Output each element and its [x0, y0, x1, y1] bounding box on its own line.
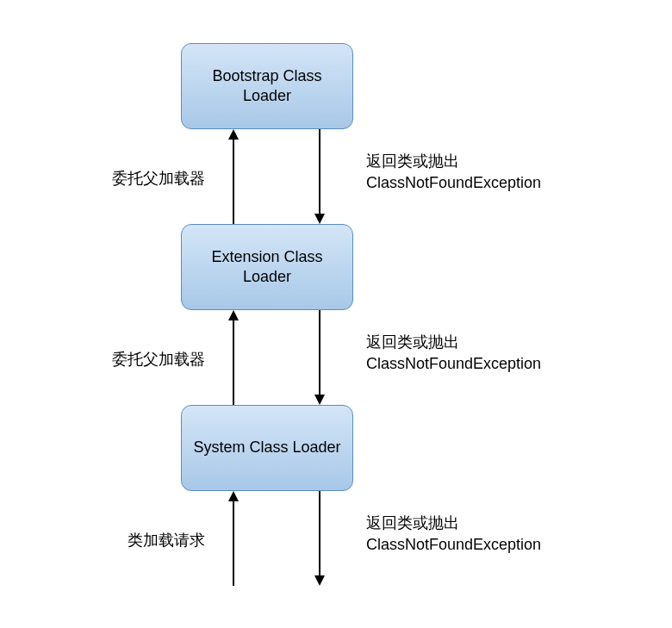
request-text: 类加载请求	[128, 532, 205, 549]
return-line1-text-2: 返回类或抛出	[366, 333, 459, 351]
return-label-1: 返回类或抛出 ClassNotFoundException	[366, 151, 541, 194]
return-line1-text-1: 返回类或抛出	[366, 152, 459, 170]
delegate-label-1: 委托父加载器	[112, 168, 205, 190]
bootstrap-label: Bootstrap Class Loader	[190, 66, 344, 107]
bootstrap-class-loader-box: Bootstrap Class Loader	[181, 43, 353, 129]
arrowhead-request-to-sys	[228, 491, 239, 501]
arrowhead-ext-to-sys	[314, 395, 325, 405]
return-line1-text-3: 返回类或抛出	[366, 514, 459, 532]
return-label-2: 返回类或抛出 ClassNotFoundException	[366, 332, 541, 375]
system-class-loader-box: System Class Loader	[181, 405, 353, 491]
arrow-request-to-sys	[233, 500, 234, 586]
extension-label: Extension Class Loader	[190, 247, 344, 288]
delegate-text-1: 委托父加载器	[112, 170, 205, 187]
return-label-3: 返回类或抛出 ClassNotFoundException	[366, 513, 541, 556]
return-line2-text-2: ClassNotFoundException	[366, 355, 541, 372]
arrow-sys-to-caller	[319, 491, 320, 577]
delegate-label-2: 委托父加载器	[112, 349, 205, 370]
request-label: 类加载请求	[128, 530, 205, 551]
arrowhead-sys-to-caller	[314, 575, 325, 586]
return-line2-text-1: ClassNotFoundException	[366, 174, 541, 191]
arrow-ext-to-bootstrap	[233, 138, 234, 224]
arrowhead-bootstrap-to-ext	[314, 214, 325, 224]
delegate-text-2: 委托父加载器	[112, 351, 205, 368]
system-label: System Class Loader	[193, 438, 340, 457]
arrow-bootstrap-to-ext	[319, 129, 320, 215]
extension-class-loader-box: Extension Class Loader	[181, 224, 353, 310]
arrow-ext-to-sys	[319, 310, 320, 396]
return-line2-text-3: ClassNotFoundException	[366, 536, 541, 553]
arrowhead-ext-to-bootstrap	[228, 129, 239, 140]
arrowhead-sys-to-ext	[228, 310, 239, 320]
arrow-sys-to-ext	[233, 319, 234, 405]
